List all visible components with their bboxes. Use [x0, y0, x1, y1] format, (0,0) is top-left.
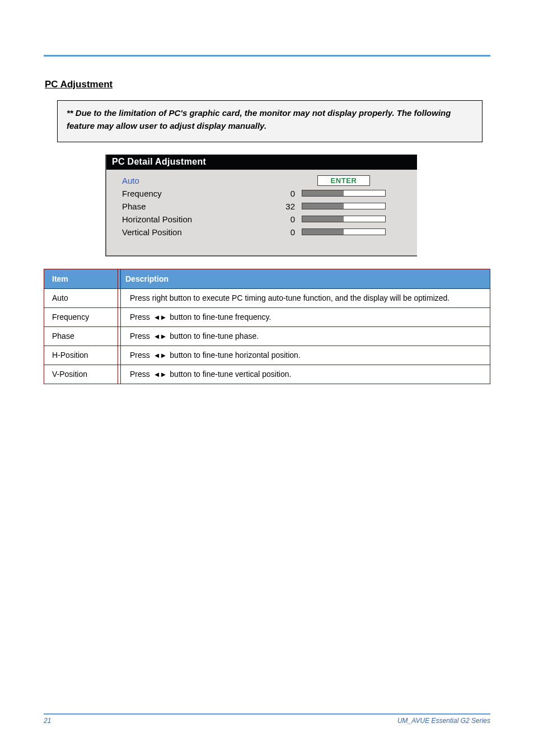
osd-panel: PC Detail Adjustment Auto ENTER Frequenc… — [105, 155, 417, 256]
doc-name: UM_AVUE Essential G2 Series — [397, 717, 490, 725]
desc-cell: Press ◄► button to fine-tune phase. — [121, 326, 490, 346]
description-table: Item Description Auto Press right button… — [44, 269, 490, 384]
osd-slider[interactable] — [302, 228, 386, 235]
desc-cell: Press right button to execute PC timing … — [121, 288, 490, 307]
desc-header: Description — [121, 269, 490, 288]
osd-row-hpos[interactable]: Horizontal Position 0 — [122, 213, 407, 226]
desc-cell: Press ◄► button to fine-tune frequency. — [121, 307, 490, 326]
desc-cell: Press ◄► button to fine-tune vertical po… — [121, 365, 490, 384]
osd-enter-button[interactable]: ENTER — [302, 175, 386, 186]
osd-slider[interactable] — [302, 203, 386, 209]
section-title: PC Adjustment — [45, 79, 490, 90]
osd-label: Phase — [122, 202, 276, 211]
left-right-arrows-icon: ◄► — [152, 369, 168, 380]
osd-value: 32 — [276, 202, 302, 211]
notice-box: ** Due to the limitation of PC's graphic… — [57, 100, 483, 142]
item-cell: Phase — [44, 326, 118, 346]
item-cell: H-Position — [44, 346, 118, 365]
osd-panel-title: PC Detail Adjustment — [106, 155, 417, 170]
item-cell: Auto — [44, 288, 118, 307]
item-cell: Frequency — [44, 307, 118, 326]
osd-value: 0 — [276, 214, 302, 224]
osd-label: Horizontal Position — [122, 214, 276, 224]
osd-row-auto[interactable]: Auto ENTER — [122, 174, 407, 187]
table-row: V-Position Press ◄► button to fine-tune … — [44, 365, 490, 384]
table-row: H-Position Press ◄► button to fine-tune … — [44, 346, 490, 365]
table-header-row: Item Description — [44, 269, 490, 288]
osd-value: 0 — [276, 189, 302, 198]
osd-row-vpos[interactable]: Vertical Position 0 — [122, 226, 407, 239]
table-row: Auto Press right button to execute PC ti… — [44, 288, 490, 307]
osd-label: Auto — [122, 176, 276, 185]
table-row: Frequency Press ◄► button to fine-tune f… — [44, 307, 490, 326]
osd-row-phase[interactable]: Phase 32 — [122, 200, 407, 213]
osd-label: Vertical Position — [122, 227, 276, 237]
osd-label: Frequency — [122, 189, 276, 198]
osd-row-frequency[interactable]: Frequency 0 — [122, 187, 407, 200]
osd-slider[interactable] — [302, 216, 386, 222]
desc-cell: Press ◄► button to fine-tune horizontal … — [121, 346, 490, 365]
item-cell: V-Position — [44, 365, 118, 384]
page-footer: 21 UM_AVUE Essential G2 Series — [0, 713, 534, 725]
osd-panel-body: Auto ENTER Frequency 0 Phase 32 Horizont… — [106, 170, 417, 255]
osd-value: 0 — [276, 227, 302, 237]
left-right-arrows-icon: ◄► — [152, 350, 168, 361]
left-right-arrows-icon: ◄► — [152, 331, 168, 342]
page-number: 21 — [44, 717, 51, 725]
item-header: Item — [44, 269, 118, 288]
table-row: Phase Press ◄► button to fine-tune phase… — [44, 326, 490, 346]
left-right-arrows-icon: ◄► — [152, 312, 168, 323]
osd-slider[interactable] — [302, 190, 386, 197]
